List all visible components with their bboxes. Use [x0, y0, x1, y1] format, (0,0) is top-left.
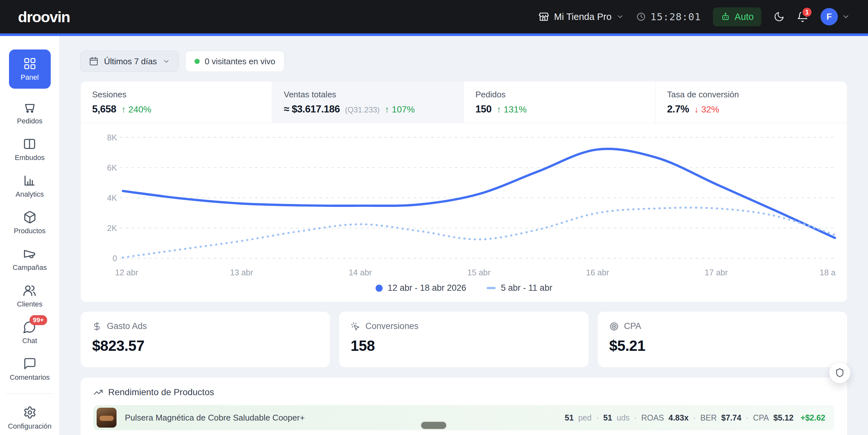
legend-previous-period[interactable]: 5 abr - 11 abr	[487, 283, 552, 293]
svg-text:16 abr: 16 abr	[586, 268, 609, 277]
legend-current-period[interactable]: 12 abr - 18 abr 2026	[376, 283, 466, 293]
legend-dot-icon	[376, 285, 383, 292]
shield-icon	[835, 368, 844, 377]
user-menu[interactable]: F	[820, 8, 850, 25]
live-visitors-button[interactable]: 0 visitantes en vivo	[185, 51, 285, 72]
stat-secondary-value: (Q31.233)	[345, 105, 380, 114]
chat-unread-badge: 99+	[30, 315, 48, 325]
kpi-gasto-ads[interactable]: Gasto Ads $823.57	[80, 311, 330, 368]
scrollbar-thumb[interactable]	[421, 422, 446, 429]
main-content: Últimos 7 días 0 visitantes en vivo Sesi…	[60, 36, 868, 435]
kpi-label: Gasto Ads	[107, 321, 147, 331]
sidebar-item-pedidos[interactable]: Pedidos	[17, 100, 43, 125]
sidebar-item-productos[interactable]: Productos	[14, 210, 45, 235]
overview-card: Sesiones 5,658 ↑ 240% Ventas totales ≈ $…	[80, 81, 847, 302]
stat-value: 150	[475, 104, 492, 115]
sidebar-divider	[6, 394, 54, 394]
sidebar-item-chat[interactable]: 99+ Chat	[22, 320, 37, 345]
robot-icon	[721, 12, 730, 22]
date-range-button[interactable]: Últimos 7 días	[80, 51, 179, 72]
chevron-down-icon	[162, 58, 170, 65]
kpi-row: Gasto Ads $823.57 Conversiones 158 CPA $…	[80, 311, 847, 368]
sidebar: Panel Pedidos Embudos Analytics Producto…	[0, 36, 60, 435]
stat-pedidos[interactable]: Pedidos 150 ↑ 131%	[464, 81, 655, 123]
product-profit: +$2.62	[801, 413, 825, 423]
svg-text:6K: 6K	[107, 163, 117, 172]
gear-icon	[23, 406, 37, 419]
svg-text:13 abr: 13 abr	[230, 268, 254, 277]
dollar-icon	[92, 322, 102, 331]
stat-ventas-totales[interactable]: Ventas totales ≈ $3.617.186 (Q31.233) ↑ …	[272, 81, 464, 123]
kpi-label: Conversiones	[365, 321, 418, 331]
app-logo: droovin	[18, 8, 70, 26]
products-title: Rendimiento de Productos	[108, 387, 214, 398]
svg-text:0: 0	[112, 254, 117, 263]
sidebar-item-campanas[interactable]: Campañas	[12, 247, 46, 272]
sessions-chart: 02K4K6K8K12 abr13 abr14 abr15 abr16 abr1…	[81, 123, 847, 281]
svg-text:12 abr: 12 abr	[115, 268, 139, 277]
store-name: Mi Tienda Pro	[554, 11, 612, 22]
line-chart-svg: 02K4K6K8K12 abr13 abr14 abr15 abr16 abr1…	[87, 127, 838, 281]
kpi-value: $823.57	[92, 337, 318, 354]
date-range-label: Últimos 7 días	[104, 57, 157, 66]
product-name: Pulsera Magnética de Cobre Saludable Coo…	[125, 413, 556, 423]
sidebar-item-comentarios[interactable]: Comentarios	[10, 357, 50, 382]
product-thumbnail	[97, 408, 117, 428]
auto-mode-badge[interactable]: Auto	[713, 7, 762, 26]
svg-text:15 abr: 15 abr	[467, 268, 491, 277]
stat-tasa-conversion[interactable]: Tasa de conversión 2.7% ↓ 32%	[655, 81, 847, 123]
stat-value: 5,658	[92, 104, 116, 115]
clock-icon	[636, 12, 646, 22]
sidebar-item-analytics[interactable]: Analytics	[16, 174, 44, 199]
stat-change: ↑ 131%	[497, 105, 526, 115]
stat-sesiones[interactable]: Sesiones 5,658 ↑ 240%	[81, 81, 272, 123]
target-icon	[609, 322, 619, 331]
kpi-conversiones[interactable]: Conversiones 158	[339, 311, 589, 368]
svg-text:4K: 4K	[107, 194, 117, 202]
current-time: 15:28:01	[650, 11, 701, 23]
dark-mode-toggle[interactable]	[774, 11, 784, 22]
stat-change: ↓ 32%	[694, 105, 719, 115]
store-selector[interactable]: Mi Tienda Pro	[538, 11, 624, 22]
stat-change: ↑ 107%	[385, 105, 415, 115]
stat-value: ≈ $3.617.186	[284, 104, 340, 115]
svg-text:8K: 8K	[107, 133, 117, 142]
sidebar-item-embudos[interactable]: Embudos	[15, 137, 44, 162]
notifications-button[interactable]: 1	[797, 11, 808, 23]
comment-icon	[23, 357, 37, 371]
cart-icon	[23, 100, 36, 114]
storefront-icon	[538, 11, 549, 22]
chevron-down-icon	[842, 12, 850, 21]
sidebar-item-clientes[interactable]: Clientes	[17, 284, 42, 309]
avatar: F	[820, 8, 838, 25]
kpi-label: CPA	[624, 321, 641, 331]
product-row[interactable]: Pulsera Magnética de Cobre Saludable Coo…	[93, 405, 834, 430]
accent-bar	[0, 33, 868, 36]
product-stats: 51ped · 51uds · ROAS4.83x · BER$7.74 · C…	[565, 413, 825, 423]
columns-icon	[23, 137, 36, 151]
kpi-cpa[interactable]: CPA $5.21	[597, 311, 847, 368]
svg-text:18 a: 18 a	[819, 268, 836, 277]
svg-text:14 abr: 14 abr	[349, 268, 372, 277]
svg-text:17 abr: 17 abr	[705, 268, 728, 277]
notification-count-badge: 1	[801, 6, 813, 18]
moon-icon	[774, 11, 784, 22]
chevron-down-icon	[616, 13, 624, 21]
megaphone-icon	[23, 247, 36, 261]
trending-up-icon	[93, 387, 103, 397]
chart-legend: 12 abr - 18 abr 2026 5 abr - 11 abr	[81, 281, 847, 302]
shield-floating-button[interactable]	[829, 362, 850, 383]
top-bar: droovin Mi Tienda Pro 15:28:01 Auto 1 F	[0, 0, 868, 33]
product-performance-card: Rendimiento de Productos Pulsera Magnéti…	[80, 377, 847, 435]
live-visitors-label: 0 visitantes en vivo	[205, 57, 275, 66]
dashboard-icon	[23, 57, 37, 70]
kpi-value: $5.21	[609, 337, 836, 354]
cursor-click-icon	[350, 322, 360, 331]
sidebar-item-panel[interactable]: Panel	[9, 50, 51, 89]
stat-value: 2.7%	[667, 104, 689, 115]
kpi-value: 158	[350, 337, 577, 354]
sidebar-item-configuracion[interactable]: Configuración	[8, 406, 52, 431]
stat-change: ↑ 240%	[121, 105, 151, 115]
svg-text:2K: 2K	[107, 224, 117, 233]
users-icon	[23, 284, 36, 297]
